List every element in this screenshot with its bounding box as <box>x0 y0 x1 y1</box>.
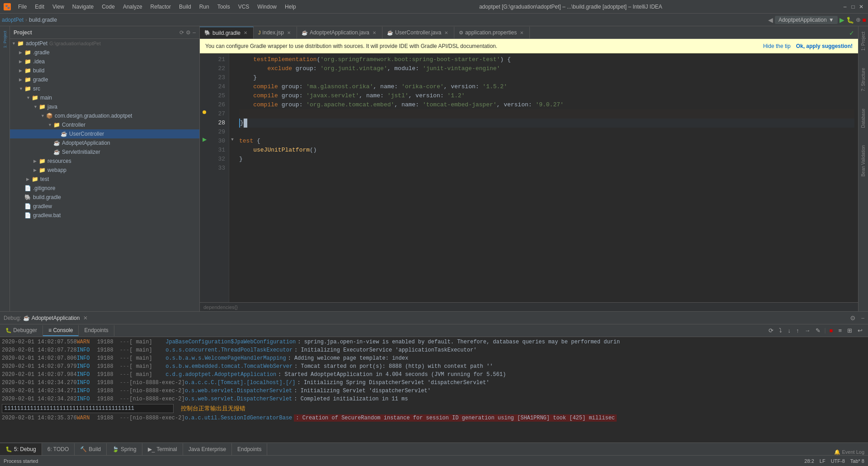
tree-item-controller-folder[interactable]: ▼ 📁 Controller <box>10 120 199 129</box>
code-content[interactable]: testImplementation ( 'org.springframewor… <box>236 53 858 302</box>
tree-item-gradle-folder[interactable]: ▶ 📁 .gradle <box>10 48 199 57</box>
event-log-label[interactable]: 🔔 Event Log <box>834 449 864 455</box>
lf-indicator[interactable]: LF <box>820 458 826 464</box>
tree-item-gitignore[interactable]: ▶ 📄 .gitignore <box>10 184 199 193</box>
stop-button[interactable]: ■ <box>863 16 866 24</box>
debug-step-in-icon[interactable]: ↓ <box>786 326 793 335</box>
bottom-tab-todo[interactable]: 6: TODO <box>42 443 75 455</box>
tab-index-jsp[interactable]: J index.jsp ✕ <box>254 27 297 38</box>
tab-close-button[interactable]: ✕ <box>519 29 525 36</box>
debug-more-icon[interactable]: ≡ <box>836 326 844 335</box>
tree-item-adoptpetapp[interactable]: ▶ ☕ AdoptpetApplication <box>10 138 199 147</box>
console-input[interactable] <box>2 404 174 413</box>
tree-item-package[interactable]: ▼ 📦 com.design.graduation.adoptpet <box>10 111 199 120</box>
debug-tab-endpoints[interactable]: Endpoints <box>79 325 114 336</box>
bottom-tab-terminal[interactable]: ▶_ Terminal <box>142 443 183 455</box>
debug-word-wrap-icon[interactable]: ↩ <box>856 326 864 335</box>
tree-item-resources[interactable]: ▶ 📁 resources <box>10 157 199 166</box>
folder-icon: 📁 <box>32 176 38 182</box>
tree-item-build-gradle[interactable]: ▶ 🐘 build.gradle <box>10 193 199 202</box>
tree-root[interactable]: ▼ 📁 adoptPet G:\graduation\adoptPet <box>10 39 199 48</box>
tree-item-gradlew-bat[interactable]: ▶ 📄 gradlew.bat <box>10 211 199 220</box>
minimize-panel-icon[interactable]: – <box>193 29 196 36</box>
tree-item-test[interactable]: ▶ 📁 test <box>10 175 199 184</box>
tab-build-gradle[interactable]: 🐘 build.gradle ✕ <box>200 27 254 38</box>
menu-edit[interactable]: Edit <box>31 3 48 11</box>
menu-bar[interactable]: File Edit View Navigate Code Analyze Ref… <box>14 3 300 11</box>
tab-adoptpet-application[interactable]: ☕ AdoptpetApplication.java ✕ <box>297 27 382 38</box>
menu-window[interactable]: Window <box>254 3 280 11</box>
nav-back-button[interactable]: ◀ <box>768 16 773 24</box>
tree-item-main[interactable]: ▼ 📁 main <box>10 93 199 102</box>
menu-help[interactable]: Help <box>281 3 300 11</box>
tree-item-build[interactable]: ▶ 📁 build <box>10 66 199 75</box>
tab-application-properties[interactable]: ⚙ application.properties ✕ <box>454 27 530 38</box>
bottom-tab-debug[interactable]: 🐛 5: Debug <box>0 443 42 455</box>
breadcrumb-project[interactable]: adoptPet <box>2 17 24 23</box>
run-button[interactable]: ▶ <box>840 16 844 24</box>
tree-item-gradlew[interactable]: ▶ 📄 gradlew <box>10 202 199 211</box>
encoding-indicator[interactable]: UTF-8 <box>831 458 845 464</box>
project-icon[interactable]: 1: Project <box>0 28 9 51</box>
minimize-button[interactable]: – <box>842 4 848 10</box>
cursor-position[interactable]: 28:2 <box>804 458 814 464</box>
tab-close-button[interactable]: ✕ <box>286 29 292 36</box>
debug-close-button[interactable]: ✕ <box>83 315 88 321</box>
tab-close-button[interactable]: ✕ <box>242 30 249 36</box>
debug-step-out-icon[interactable]: ↑ <box>794 326 801 335</box>
tab-user-controller[interactable]: ☕ UserController.java ✕ <box>382 27 454 38</box>
tree-item-usercontroller[interactable]: ▶ ☕ UserController <box>10 129 199 138</box>
window-controls[interactable]: – □ ✕ <box>842 4 864 10</box>
bottom-tab-java-enterprise[interactable]: Java Enterprise <box>183 443 232 455</box>
hide-tip-button[interactable]: Hide the tip <box>763 43 791 49</box>
debug-evaluate-icon[interactable]: ✎ <box>814 326 822 335</box>
console-output[interactable]: 2020-02-01 14:02:07.558 WARN 19188 --- [… <box>0 337 868 442</box>
debug-tab-console[interactable]: ≡ Console <box>43 325 79 336</box>
sync-icon[interactable]: ⟳ <box>179 29 184 36</box>
menu-refactor[interactable]: Refactor <box>147 3 175 11</box>
run-config-dropdown[interactable]: AdoptpetApplication ▼ <box>775 16 838 24</box>
menu-view[interactable]: View <box>49 3 68 11</box>
menu-code[interactable]: Code <box>98 3 118 11</box>
debug-frame-icon[interactable]: ⊞ <box>845 326 854 335</box>
debug-run-button[interactable]: 🐛 <box>846 16 854 24</box>
sidebar-label-bean-validation[interactable]: Bean Validation <box>860 142 867 180</box>
debug-settings-icon[interactable]: ⚙ <box>850 314 856 322</box>
tree-item-src[interactable]: ▼ 📁 src <box>10 84 199 93</box>
debug-restart-icon[interactable]: ⟳ <box>767 326 775 335</box>
sidebar-label-project[interactable]: 1: Project <box>860 28 867 54</box>
tab-close-button[interactable]: ✕ <box>371 29 377 36</box>
menu-build[interactable]: Build <box>175 3 195 11</box>
tree-item-gradle[interactable]: ▶ 📁 gradle <box>10 75 199 84</box>
close-button[interactable]: ✕ <box>858 4 864 10</box>
menu-navigate[interactable]: Navigate <box>69 3 97 11</box>
tab-close-button[interactable]: ✕ <box>443 29 449 36</box>
fold-30[interactable]: ▼ <box>229 135 236 144</box>
menu-vcs[interactable]: VCS <box>235 3 253 11</box>
bottom-tab-build[interactable]: 🔨 Build <box>75 443 107 455</box>
tree-item-webapp[interactable]: ▶ 📁 webapp <box>10 166 199 175</box>
tree-item-servletinitializer[interactable]: ▶ ☕ ServletInitializer <box>10 147 199 157</box>
tree-item-idea[interactable]: ▶ 📁 .idea <box>10 57 199 66</box>
debug-minimize-icon[interactable]: – <box>861 315 864 321</box>
menu-tools[interactable]: Tools <box>214 3 234 11</box>
tree-item-label: ServletInitializer <box>62 149 100 155</box>
debug-stop-icon[interactable]: ■ <box>828 326 835 335</box>
coverage-button[interactable]: ⊕ <box>856 16 861 23</box>
debug-step-over-icon[interactable]: ⤵ <box>777 326 784 335</box>
apply-suggestion-button[interactable]: Ok, apply suggestion! <box>796 43 853 49</box>
indent-indicator[interactable]: Tab* 8 <box>850 458 864 464</box>
debug-tab-debugger[interactable]: 🐛 Debugger <box>0 325 43 336</box>
bottom-tab-spring[interactable]: 🍃 Spring <box>107 443 142 455</box>
bottom-tab-endpoints[interactable]: Endpoints <box>232 443 267 455</box>
tree-item-java[interactable]: ▼ 📁 java <box>10 102 199 111</box>
breadcrumb-file[interactable]: build.gradle <box>29 17 57 23</box>
menu-file[interactable]: File <box>14 3 30 11</box>
sidebar-label-database[interactable]: Database <box>860 105 867 132</box>
menu-analyze[interactable]: Analyze <box>119 3 146 11</box>
debug-run-cursor-icon[interactable]: → <box>802 326 812 335</box>
menu-run[interactable]: Run <box>196 3 213 11</box>
sidebar-label-structure[interactable]: 7: Structure <box>860 64 867 95</box>
maximize-button[interactable]: □ <box>850 4 856 10</box>
settings-icon[interactable]: ⚙ <box>186 29 191 36</box>
